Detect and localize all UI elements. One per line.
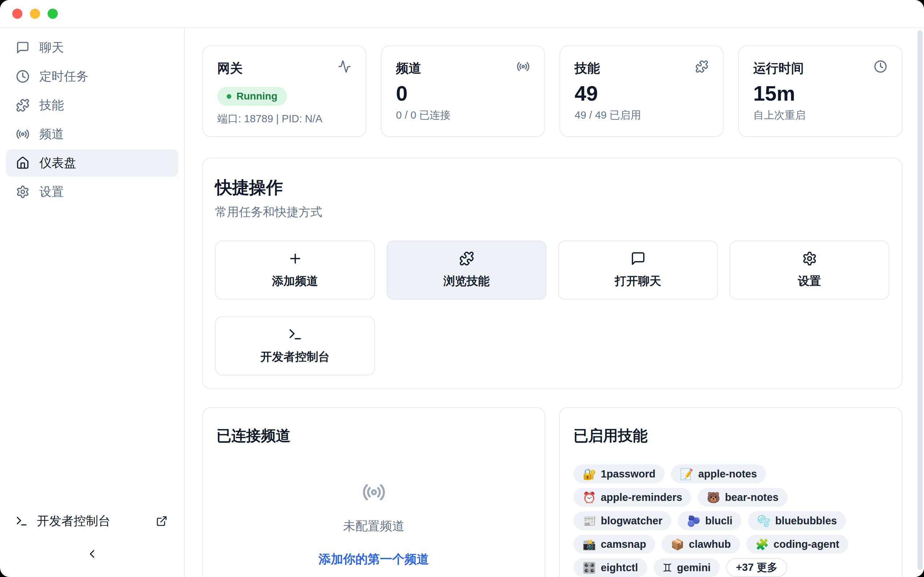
camera-emoji-icon: 📸 [583,538,596,551]
quick-actions-grid: 添加频道 浏览技能 打开聊天 设置 [215,240,889,376]
blueberries-emoji-icon: 🫐 [687,515,700,527]
gear-icon [802,251,817,266]
clock-icon [874,60,887,73]
sidebar-spacer [6,207,178,510]
connected-channels-title: 已连接频道 [216,426,531,446]
stat-detail: 端口: 18789 | PID: N/A [217,112,351,126]
enabled-skills-panel: 已启用技能 🔐1password 📝apple-notes ⏰apple-rem… [559,407,902,577]
chat-icon [630,251,646,266]
channels-empty-state: 未配置频道 添加你的第一个频道 [216,480,531,567]
stats-row: 网关 Running 端口: 18789 | PID: N/A 频道 0 0 /… [202,45,902,137]
stat-detail: 49 / 49 已启用 [575,108,709,122]
sidebar-item-scheduled-tasks[interactable]: 定时任务 [6,63,178,90]
stat-detail: 自上次重启 [753,108,887,122]
skill-chip: ♊gemini [654,558,720,577]
browse-skills-button[interactable]: 浏览技能 [386,240,546,300]
stat-card-skills: 技能 49 49 / 49 已启用 [559,45,724,137]
titlebar [0,0,924,28]
activity-icon [338,60,351,73]
gemini-emoji-icon: ♊ [663,561,672,574]
sidebar-item-dashboard[interactable]: 仪表盘 [6,149,178,177]
minimize-button[interactable] [30,9,40,19]
dev-console-label: 开发者控制台 [37,513,110,529]
skill-chip: 🔐1password [573,464,664,483]
settings-button[interactable]: 设置 [729,240,889,300]
main-content: 网关 Running 端口: 18789 | PID: N/A 频道 0 0 /… [185,28,924,577]
alarm-emoji-icon: ⏰ [583,491,596,504]
gear-icon [16,185,30,199]
stat-card-uptime: 运行时间 15m 自上次重启 [738,45,902,137]
sidebar-item-settings[interactable]: 设置 [6,178,178,206]
radio-icon [517,60,530,73]
sidebar-item-label: 聊天 [39,39,64,56]
stat-value: 15m [753,82,887,105]
add-first-channel-link[interactable]: 添加你的第一个频道 [319,551,429,567]
stat-title: 技能 [575,60,600,77]
newspaper-emoji-icon: 📰 [583,515,596,527]
empty-state-text: 未配置频道 [343,518,405,534]
skill-chip: 🧩coding-agent [746,535,848,554]
sidebar-item-label: 定时任务 [39,68,89,85]
enabled-skills-title: 已启用技能 [573,426,888,446]
status-dot [227,94,231,99]
stat-value: 49 [575,82,709,105]
sidebar-item-label: 技能 [39,97,64,114]
radio-icon [362,480,386,504]
skill-chip: 📸camsnap [573,535,655,554]
puzzle-icon [695,60,709,73]
more-skills-button[interactable]: +37 更多 [726,558,787,577]
package-emoji-icon: 📦 [670,538,684,551]
dev-console-button[interactable]: 开发者控制台 [215,316,375,376]
skill-chip: 🎛️eightctl [573,558,647,577]
add-channel-button[interactable]: 添加频道 [215,240,375,300]
skill-chip: 📰blogwatcher [573,511,671,530]
terminal-icon [15,515,28,528]
stat-title: 频道 [396,60,421,77]
home-icon [16,156,30,170]
maximize-button[interactable] [48,9,58,19]
vertical-scrollbar[interactable] [918,30,922,570]
close-button[interactable] [12,9,23,19]
sidebar-collapse-button[interactable] [81,544,103,564]
sidebar-item-label: 设置 [39,184,64,200]
puzzle-icon [459,251,474,266]
stat-card-channels: 频道 0 0 / 0 已连接 [381,45,545,137]
connected-channels-panel: 已连接频道 未配置频道 添加你的第一个频道 [202,407,545,577]
dev-console-row[interactable]: 开发者控制台 [6,510,178,532]
app-window: 聊天 定时任务 技能 频道 仪表盘 设置 [0,0,924,577]
sidebar-item-skills[interactable]: 技能 [6,92,178,119]
skill-chip: 📦clawhub [662,535,740,554]
sidebar-item-label: 频道 [39,126,64,142]
plus-icon [288,251,303,266]
radio-icon [16,127,30,141]
puzzle-icon [16,98,30,112]
stat-value: 0 [396,82,530,105]
quick-actions-title: 快捷操作 [215,176,889,199]
bubbles-emoji-icon: 🫧 [757,515,770,527]
sidebar-item-channels[interactable]: 频道 [6,121,178,148]
lock-emoji-icon: 🔐 [583,468,596,480]
terminal-icon [288,327,303,342]
skills-chip-list: 🔐1password 📝apple-notes ⏰apple-reminders… [573,464,888,577]
open-chat-button[interactable]: 打开聊天 [558,240,718,300]
sidebar-item-chat[interactable]: 聊天 [6,34,178,61]
status-badge: Running [217,87,287,106]
clock-icon [16,69,30,83]
skill-chip: 📝apple-notes [671,464,766,483]
sidebar: 聊天 定时任务 技能 频道 仪表盘 设置 [0,28,185,577]
knobs-emoji-icon: 🎛️ [583,561,596,574]
sidebar-item-label: 仪表盘 [39,155,76,171]
puzzle-emoji-icon: 🧩 [756,538,769,551]
stat-detail: 0 / 0 已连接 [396,108,530,122]
stat-title: 运行时间 [753,60,804,77]
chevron-left-icon [86,548,99,561]
skill-chip: 🐻bear-notes [698,488,788,507]
external-link-icon [156,515,168,527]
quick-actions-panel: 快捷操作 常用任务和快捷方式 添加频道 浏览技能 打开聊天 [202,158,902,389]
skill-chip: 🫐blucli [678,511,741,530]
memo-emoji-icon: 📝 [680,468,693,480]
bottom-row: 已连接频道 未配置频道 添加你的第一个频道 已启用技能 🔐1password 📝… [202,407,902,577]
stat-card-gateway: 网关 Running 端口: 18789 | PID: N/A [202,45,366,137]
quick-actions-subtitle: 常用任务和快捷方式 [215,204,889,220]
chat-icon [16,41,30,55]
